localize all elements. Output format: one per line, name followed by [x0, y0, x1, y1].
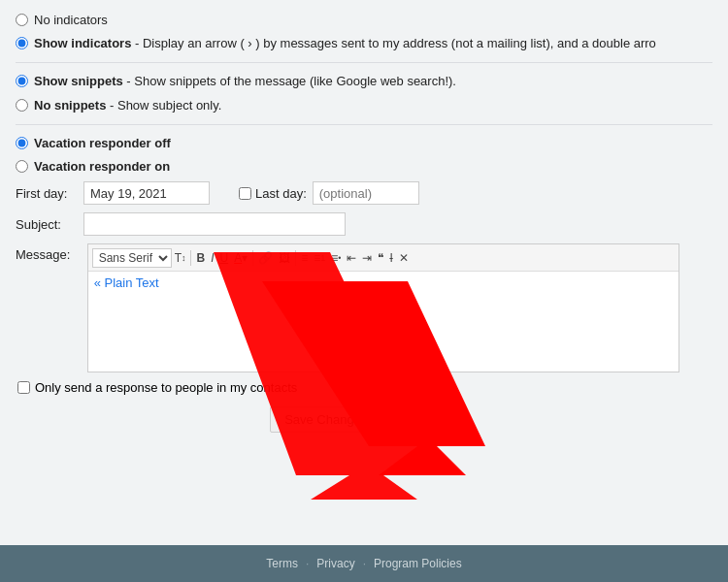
toolbar-sep-3 — [295, 250, 296, 266]
plain-text-link[interactable]: « Plain Text — [88, 272, 678, 294]
footer-dot-1: · — [306, 557, 309, 570]
image-button[interactable]: 🖼 — [276, 247, 293, 269]
only-contacts-label: Only send a response to people in my con… — [35, 380, 297, 395]
show-indicators-row: Show indicators - Display an arrow ( › )… — [16, 35, 712, 52]
font-family-select[interactable]: Sans Serif — [92, 248, 172, 268]
buttons-row: Save Changes Cancel — [16, 406, 712, 433]
snippets-section: Show snippets - Show snippets of the mes… — [16, 73, 712, 113]
quote-button[interactable]: ❝ — [375, 247, 386, 269]
no-snippets-label: No snippets - Show subject only. — [34, 97, 221, 114]
vacation-section: Vacation responder off Vacation responde… — [16, 135, 712, 433]
message-label: Message: — [16, 243, 83, 262]
show-snippets-radio[interactable] — [16, 75, 28, 87]
vacation-on-row: Vacation responder on — [16, 158, 712, 176]
no-indicators-label: No indicators — [34, 12, 108, 29]
last-day-input[interactable] — [313, 181, 419, 205]
vacation-off-radio[interactable] — [16, 137, 28, 149]
font-size-button[interactable]: T↕ — [172, 247, 189, 269]
no-snippets-radio[interactable] — [16, 99, 28, 112]
first-day-input[interactable] — [83, 181, 210, 205]
underline-button[interactable]: U — [216, 247, 231, 269]
only-contacts-checkbox[interactable] — [17, 381, 30, 394]
text-color-button[interactable]: A▾ — [231, 247, 250, 269]
no-indicators-radio[interactable] — [16, 14, 28, 26]
privacy-link[interactable]: Privacy — [316, 557, 354, 570]
toolbar-sep-1 — [190, 250, 191, 266]
divider-2 — [16, 124, 712, 125]
save-changes-button[interactable]: Save Changes — [270, 406, 381, 433]
subject-input[interactable] — [83, 212, 346, 236]
first-day-row: First day: Last day: — [16, 181, 712, 205]
editor-toolbar: Sans Serif T↕ B I U A▾ 🔗 🖼 ≡ ≡1 ≡• ⇤ — [88, 244, 678, 272]
bold-button[interactable]: B — [193, 247, 208, 269]
first-day-label: First day: — [16, 186, 83, 201]
ul-button[interactable]: ≡• — [328, 247, 344, 269]
message-area: Message: Sans Serif T↕ B I U A▾ 🔗 🖼 — [16, 243, 712, 372]
editor-body[interactable] — [88, 294, 678, 372]
no-indicators-row: No indicators — [16, 12, 712, 29]
subject-label: Subject: — [16, 217, 83, 232]
vacation-on-label: Vacation responder on — [34, 158, 170, 176]
program-policies-link[interactable]: Program Policies — [374, 557, 462, 570]
toolbar-sep-2 — [252, 250, 253, 266]
show-indicators-label: Show indicators - Display an arrow ( › )… — [34, 35, 656, 52]
no-snippets-row: No snippets - Show subject only. — [16, 97, 712, 114]
last-day-label: Last day: — [255, 186, 307, 201]
align-button[interactable]: ≡ — [298, 247, 311, 269]
vacation-off-row: Vacation responder off — [16, 135, 712, 152]
main-content: No indicators Show indicators - Display … — [0, 0, 728, 538]
indent-right-button[interactable]: ⇥ — [359, 247, 375, 269]
italic-button[interactable]: I — [208, 247, 216, 269]
indent-left-button[interactable]: ⇤ — [344, 247, 359, 269]
editor-container: Sans Serif T↕ B I U A▾ 🔗 🖼 ≡ ≡1 ≡• ⇤ — [87, 243, 679, 372]
more-button[interactable]: ✕ — [396, 247, 412, 269]
last-day-area: Last day: — [239, 181, 419, 205]
footer: Terms · Privacy · Program Policies — [0, 545, 728, 582]
strikethrough-button[interactable]: I — [386, 247, 395, 269]
subject-row: Subject: — [16, 212, 712, 236]
vacation-off-label: Vacation responder off — [34, 135, 171, 152]
ol-button[interactable]: ≡1 — [311, 247, 328, 269]
vacation-on-radio[interactable] — [16, 160, 28, 173]
only-contacts-row: Only send a response to people in my con… — [17, 380, 712, 395]
show-snippets-row: Show snippets - Show snippets of the mes… — [16, 73, 712, 90]
link-button[interactable]: 🔗 — [255, 247, 276, 269]
show-indicators-radio[interactable] — [16, 37, 28, 49]
cancel-button[interactable]: Cancel — [389, 406, 457, 433]
terms-link[interactable]: Terms — [266, 557, 298, 570]
footer-dot-2: · — [363, 557, 366, 570]
show-snippets-label: Show snippets - Show snippets of the mes… — [34, 73, 456, 90]
divider-1 — [16, 62, 712, 63]
last-day-checkbox[interactable] — [239, 187, 251, 200]
indicators-section: No indicators Show indicators - Display … — [16, 12, 712, 52]
